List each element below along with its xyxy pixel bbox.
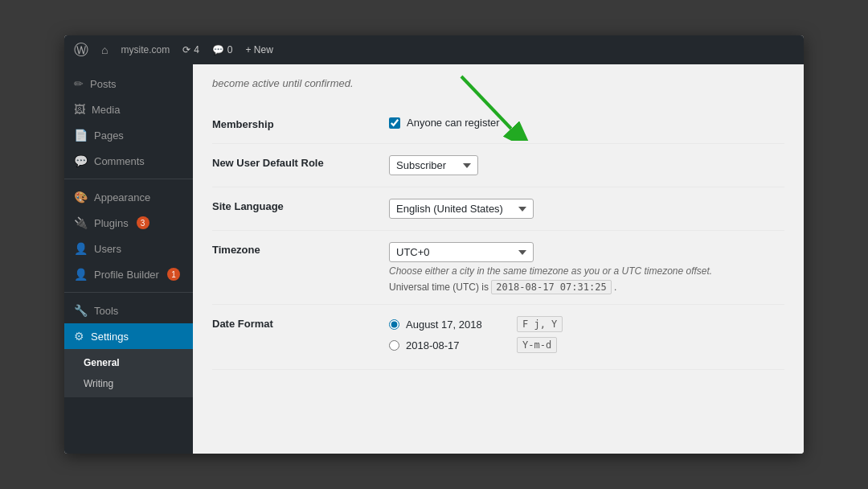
utc-line: Universal time (UTC) is 2018-08-17 07:31… xyxy=(389,281,784,293)
sidebar: ✏ Posts 🖼 Media 📄 Pages 💬 Comments 🎨 App… xyxy=(64,64,193,454)
posts-icon: ✏ xyxy=(74,77,84,90)
membership-checkbox[interactable] xyxy=(389,117,400,129)
comments-count: 0 xyxy=(227,44,233,55)
sidebar-item-comments[interactable]: 💬 Comments xyxy=(64,148,193,174)
plugins-badge: 3 xyxy=(137,216,149,229)
date-format-option-2: 2018-08-17 Y-m-d xyxy=(389,337,784,353)
sidebar-item-label: Posts xyxy=(90,78,117,90)
home-icon[interactable]: ⌂ xyxy=(101,43,108,56)
default-role-field: Subscriber Contributor Author Editor Adm… xyxy=(389,144,784,187)
tools-icon: 🔧 xyxy=(74,304,88,317)
date-format-field: August 17, 2018 F j, Y 2018-08-17 Y-m-d xyxy=(389,305,784,370)
settings-form-table: Membership Anyone can register xyxy=(212,105,784,370)
sidebar-divider-2 xyxy=(64,292,193,293)
plugins-icon: 🔌 xyxy=(74,216,88,229)
date-format-row: Date Format August 17, 2018 F j, Y 2018-… xyxy=(212,305,784,370)
admin-bar: Ⓦ ⌂ mysite.com ⟳ 4 💬 0 + New xyxy=(64,35,804,64)
membership-row: Membership Anyone can register xyxy=(212,105,784,144)
timezone-row: Timezone UTC+0 UTC-5 UTC-8 UTC+1 UTC+5:3… xyxy=(212,231,784,305)
date-format-radio-1[interactable] xyxy=(389,319,399,330)
date-format-radio-2[interactable] xyxy=(389,340,399,351)
site-language-field: English (United States) English (UK) Fre… xyxy=(389,187,784,231)
date-format-label-2: 2018-08-17 xyxy=(406,339,510,351)
sidebar-item-label: Comments xyxy=(94,155,145,167)
sidebar-divider-1 xyxy=(64,179,193,179)
utc-suffix: . xyxy=(614,281,616,293)
wp-logo[interactable]: Ⓦ xyxy=(74,40,88,60)
settings-icon: ⚙ xyxy=(74,330,84,343)
new-button[interactable]: + New xyxy=(246,44,273,55)
membership-checkbox-label: Anyone can register xyxy=(407,117,500,129)
updates-item[interactable]: ⟳ 4 xyxy=(182,44,199,55)
utc-value: 2018-08-17 07:31:25 xyxy=(491,280,611,294)
membership-checkbox-row: Anyone can register xyxy=(389,117,784,129)
sidebar-item-posts[interactable]: ✏ Posts xyxy=(64,71,193,97)
utc-prefix: Universal time (UTC) is xyxy=(389,281,489,293)
settings-content: become active until confirmed. Membershi… xyxy=(193,64,804,383)
site-language-select[interactable]: English (United States) English (UK) Fre… xyxy=(389,199,534,219)
sidebar-item-label: Profile Builder xyxy=(94,269,159,281)
updates-icon: ⟳ xyxy=(182,44,190,55)
sidebar-item-label: Tools xyxy=(94,305,118,317)
sidebar-item-tools[interactable]: 🔧 Tools xyxy=(64,298,193,323)
site-language-row: Site Language English (United States) En… xyxy=(212,187,784,231)
date-format-code-1: F j, Y xyxy=(517,316,563,332)
timezone-field: UTC+0 UTC-5 UTC-8 UTC+1 UTC+5:30 Choose … xyxy=(389,231,784,305)
pages-icon: 📄 xyxy=(74,129,88,142)
appearance-icon: 🎨 xyxy=(74,191,88,203)
site-name[interactable]: mysite.com xyxy=(121,44,170,55)
sidebar-item-label: Pages xyxy=(94,129,124,142)
wp-main: ✏ Posts 🖼 Media 📄 Pages 💬 Comments 🎨 App… xyxy=(64,64,804,454)
sidebar-item-label: Media xyxy=(92,104,120,116)
sidebar-item-plugins[interactable]: 🔌 Plugins 3 xyxy=(64,210,193,236)
browser-window: Ⓦ ⌂ mysite.com ⟳ 4 💬 0 + New ✏ Posts 🖼 M… xyxy=(64,35,804,454)
comments-icon: 💬 xyxy=(212,44,224,55)
content-area: become active until confirmed. Membershi… xyxy=(193,64,804,454)
default-role-row: New User Default Role Subscriber Contrib… xyxy=(212,144,784,187)
date-format-option-1: August 17, 2018 F j, Y xyxy=(389,316,784,332)
updates-count: 4 xyxy=(194,44,199,55)
profile-builder-badge: 1 xyxy=(167,268,180,281)
profile-builder-icon: 👤 xyxy=(74,268,88,281)
default-role-select[interactable]: Subscriber Contributor Author Editor Adm… xyxy=(389,155,478,175)
sidebar-item-users[interactable]: 👤 Users xyxy=(64,236,193,261)
settings-submenu: General Writing xyxy=(64,349,193,397)
date-format-label-1: August 17, 2018 xyxy=(406,318,510,331)
timezone-helper: Choose either a city in the same timezon… xyxy=(389,265,784,277)
sidebar-item-media[interactable]: 🖼 Media xyxy=(64,97,193,122)
membership-field: Anyone can register xyxy=(389,105,784,144)
default-role-label: New User Default Role xyxy=(212,144,389,187)
timezone-label: Timezone xyxy=(212,231,389,305)
notice-text: become active until confirmed. xyxy=(212,77,784,89)
sidebar-item-pages[interactable]: 📄 Pages xyxy=(64,122,193,148)
sidebar-item-label: Appearance xyxy=(94,191,150,203)
media-icon: 🖼 xyxy=(74,103,85,116)
date-format-label: Date Format xyxy=(212,305,389,370)
sidebar-item-appearance[interactable]: 🎨 Appearance xyxy=(64,184,193,210)
submenu-writing[interactable]: Writing xyxy=(64,373,193,394)
site-language-label: Site Language xyxy=(212,187,389,231)
sidebar-item-label: Plugins xyxy=(94,217,129,229)
sidebar-item-label: Users xyxy=(94,243,121,255)
comments-item[interactable]: 💬 0 xyxy=(212,44,233,55)
sidebar-item-profile-builder[interactable]: 👤 Profile Builder 1 xyxy=(64,261,193,287)
membership-label: Membership xyxy=(212,105,389,144)
sidebar-item-settings[interactable]: ⚙ Settings xyxy=(64,323,193,349)
users-icon: 👤 xyxy=(74,242,88,255)
submenu-general[interactable]: General xyxy=(64,352,193,373)
sidebar-item-label: Settings xyxy=(91,331,129,343)
date-format-code-2: Y-m-d xyxy=(517,337,557,353)
comments-nav-icon: 💬 xyxy=(74,154,88,167)
timezone-select[interactable]: UTC+0 UTC-5 UTC-8 UTC+1 UTC+5:30 xyxy=(389,242,534,262)
